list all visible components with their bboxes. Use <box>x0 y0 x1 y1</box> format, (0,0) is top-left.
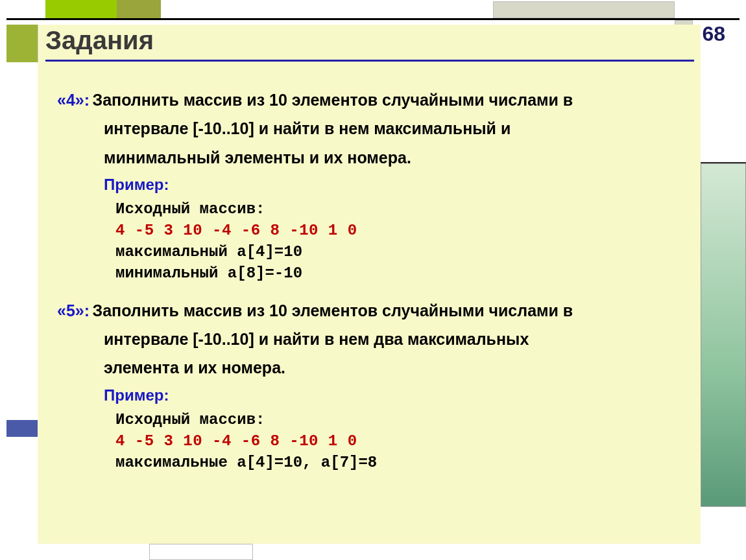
task4-line2: интервале [-10..10] и найти в нем максим… <box>104 117 668 140</box>
left-blue-bar <box>6 420 38 437</box>
task4-line1: «4»: Заполнить массив из 10 элементов сл… <box>57 88 668 111</box>
task4-example-label: Пример: <box>104 176 668 194</box>
task5-example-label: Пример: <box>104 386 668 404</box>
task4-line3: минимальный элементы и их номера. <box>104 146 668 169</box>
deco-olive-block <box>117 0 161 18</box>
task4-array: 4 -5 3 10 -4 -6 8 -10 1 0 <box>115 222 668 239</box>
task5-text3: элемента и их номера. <box>104 358 285 377</box>
task5-line3: элемента и их номера. <box>104 356 668 379</box>
task5-max: максимальные a[4]=10, a[7]=8 <box>115 454 668 471</box>
left-olive-block <box>6 25 38 62</box>
deco-gray-bar <box>493 1 675 18</box>
task4-max: максимальный a[4]=10 <box>115 243 668 261</box>
title-underline <box>45 60 694 62</box>
slide-title: Задания <box>45 26 154 55</box>
task4-text1: Заполнить массив из 10 элементов случайн… <box>93 91 573 109</box>
task5-line1: «5»: Заполнить массив из 10 элементов сл… <box>57 299 668 322</box>
task4-text3: минимальный элементы и их номера. <box>104 148 411 167</box>
side-gradient-block <box>701 163 746 507</box>
task5-src-label: Исходный массив: <box>115 411 668 428</box>
deco-green-block <box>45 0 117 18</box>
task5-line2: интервале [-10..10] и найти в нем два ма… <box>104 327 668 351</box>
page-number: 68 <box>702 22 725 46</box>
task5-text1: Заполнить массив из 10 элементов случайн… <box>93 301 573 320</box>
bottom-box <box>149 544 253 560</box>
task5-grade: «5»: <box>57 301 90 320</box>
content-area: «4»: Заполнить массив из 10 элементов сл… <box>38 62 701 544</box>
task4-min: минимальный a[8]=-10 <box>115 264 668 282</box>
top-border <box>6 18 740 20</box>
task4-text2: интервале [-10..10] и найти в нем максим… <box>104 119 511 137</box>
task4-grade: «4»: <box>57 91 90 109</box>
task4-src-label: Исходный массив: <box>115 200 668 218</box>
task5-array: 4 -5 3 10 -4 -6 8 -10 1 0 <box>115 432 668 450</box>
task5-text2: интервале [-10..10] и найти в нем два ма… <box>104 330 529 348</box>
